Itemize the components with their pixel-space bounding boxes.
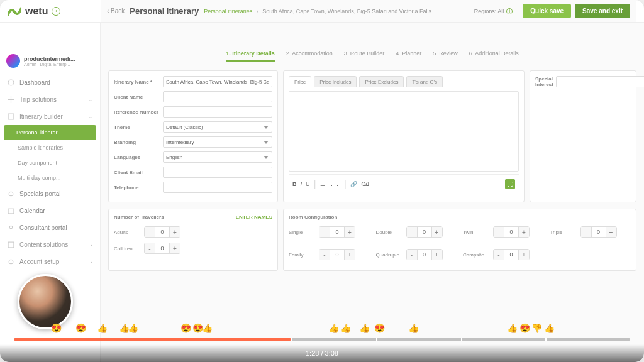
logo-icon <box>8 7 21 16</box>
branding-select[interactable]: Intermediary <box>163 136 272 148</box>
reference-input[interactable] <box>163 106 272 118</box>
room-triple-stepper[interactable]: -0+ <box>580 226 617 238</box>
ordered-list-button[interactable]: ⋮⋮ <box>329 181 340 187</box>
svg-rect-1 <box>8 114 14 119</box>
reaction-emoji: 👍 <box>202 323 213 333</box>
client-name-input[interactable] <box>163 91 272 102</box>
svg-rect-3 <box>8 209 14 214</box>
reaction-emoji: 😍 <box>75 323 86 333</box>
user-profile[interactable]: productintermedi... Admin | Digital Ente… <box>0 50 100 74</box>
room-twin-stepper[interactable]: -0+ <box>493 226 530 238</box>
itinerary-icon <box>8 113 14 120</box>
logo-text: wetu <box>25 6 48 17</box>
room-single-stepper[interactable]: -0+ <box>319 226 355 238</box>
gear-icon <box>8 258 14 265</box>
sidebar-item-consultant[interactable]: Consultant portal <box>0 219 100 236</box>
breadcrumb: Personal itineraries › South Africa, Cap… <box>204 8 431 14</box>
sidebar-item-dashboard[interactable]: Dashboard <box>0 74 100 91</box>
avatar <box>6 54 20 68</box>
reaction-emoji: 😍 <box>374 323 385 333</box>
video-controls: 1:28 / 3:08 <box>0 344 644 362</box>
tab-planner[interactable]: 4. Planner <box>396 50 421 62</box>
rich-text-area[interactable] <box>289 91 519 172</box>
calendar-icon <box>8 207 14 214</box>
sidebar-sub-personal[interactable]: Personal itinerar... <box>4 125 96 140</box>
editor-tab-price[interactable]: Price <box>289 76 311 87</box>
bold-button[interactable]: B <box>292 181 297 187</box>
back-button[interactable]: ‹ Back <box>107 8 125 14</box>
svg-point-4 <box>9 226 12 228</box>
sidebar-item-account[interactable]: Account setup› <box>0 253 100 270</box>
price-editor: Price Price Includes Price Excludes T's … <box>283 70 525 202</box>
reaction-emoji: 😍 <box>180 323 191 333</box>
reaction-emoji: 👍 <box>408 323 419 333</box>
reaction-emoji: 👍 <box>97 323 108 333</box>
itinerary-name-input[interactable] <box>163 76 272 87</box>
save-exit-button[interactable]: Save and exit <box>575 4 630 18</box>
tab-details[interactable]: 1. Itinerary Details <box>226 50 275 62</box>
adults-stepper[interactable]: -0+ <box>144 226 180 238</box>
tab-review[interactable]: 5. Review <box>433 50 458 62</box>
header-bar: ‹ Back Personal itinerary Personal itine… <box>101 0 636 23</box>
plane-icon <box>8 96 14 103</box>
tab-route[interactable]: 3. Route Builder <box>344 50 385 62</box>
language-select[interactable]: English <box>163 151 272 163</box>
step-tabs: 1. Itinerary Details 2. Accommodation 3.… <box>108 50 636 62</box>
reaction-emoji: 👍 <box>359 323 370 333</box>
telephone-input[interactable] <box>163 182 272 193</box>
svg-point-2 <box>9 192 13 196</box>
editor-tab-excludes[interactable]: Price Excludes <box>359 76 404 87</box>
list-button[interactable]: ☰ <box>320 181 325 187</box>
star-icon <box>8 190 14 197</box>
clear-button[interactable]: ⌫ <box>361 181 369 187</box>
reaction-emoji: 👍 <box>128 323 138 333</box>
link-button[interactable]: 🔗 <box>350 181 357 187</box>
sidebar-item-builder[interactable]: Itinerary builder⌄ <box>0 108 100 125</box>
editor-tab-includes[interactable]: Price Includes <box>314 76 357 87</box>
italic-button[interactable]: I <box>301 181 303 187</box>
sidebar-item-calendar[interactable]: Calendar <box>0 202 100 219</box>
reaction-emoji: 👍 <box>507 323 518 333</box>
quick-save-button[interactable]: Quick save <box>523 4 571 18</box>
sidebar-item-specials[interactable]: Specials portal <box>0 185 100 202</box>
special-interest-panel: Special Interest + <box>530 70 636 202</box>
reaction-emoji: 😍 <box>519 323 530 333</box>
room-quadruple-stepper[interactable]: -0+ <box>406 249 443 260</box>
children-stepper[interactable]: -0+ <box>144 243 180 254</box>
special-interest-input[interactable] <box>556 76 644 87</box>
reaction-emoji: 👍 <box>544 323 555 333</box>
editor-tab-terms[interactable]: T's and C's <box>406 76 443 87</box>
enter-names-link[interactable]: ENTER NAMES <box>236 214 272 220</box>
main-content: 1. Itinerary Details 2. Accommodation 3.… <box>101 23 644 362</box>
room-campsite-stepper[interactable]: -0+ <box>493 249 530 260</box>
reaction-emoji: 👍 <box>340 323 351 333</box>
travellers-panel: Number of TravellersENTER NAMES Adults-0… <box>108 209 278 271</box>
reaction-emoji: 👍 <box>328 323 339 333</box>
expand-button[interactable]: ⛶ <box>505 179 515 189</box>
reaction-emoji: 😍 <box>51 323 62 333</box>
progress-bar[interactable]: 😍😍👍👍👍😍😍👍👍👍👍😍👍👍😍👎👍 <box>14 319 630 344</box>
video-time: 1:28 / 3:08 <box>306 349 338 357</box>
sidebar-sub-sample[interactable]: Sample itineraries <box>0 140 100 155</box>
page-title: Personal itinerary <box>130 6 199 16</box>
room-config-panel: Room Configuration Single-0+Double-0+Twi… <box>283 209 636 271</box>
regions-selector[interactable]: Regions: All i <box>474 8 513 14</box>
sidebar-sub-multiday[interactable]: Multi-day comp... <box>0 170 100 185</box>
consultant-icon <box>8 224 14 231</box>
sidebar-item-trip[interactable]: Trip solutions⌄ <box>0 91 100 108</box>
tab-additional[interactable]: 6. Additional Details <box>469 50 519 62</box>
collapse-icon[interactable]: ‹ <box>52 7 60 16</box>
sidebar-item-content[interactable]: Content solutions› <box>0 236 100 253</box>
room-family-stepper[interactable]: -0+ <box>319 249 355 260</box>
tab-accommodation[interactable]: 2. Accommodation <box>286 50 333 62</box>
room-double-stepper[interactable]: -0+ <box>406 226 443 238</box>
theme-select[interactable]: Default (Classic) <box>163 121 272 133</box>
dashboard-icon <box>8 79 14 86</box>
email-input[interactable] <box>163 167 272 178</box>
svg-point-6 <box>9 260 13 264</box>
underline-button[interactable]: U <box>306 181 310 187</box>
svg-rect-5 <box>8 242 14 248</box>
details-form: Itinerary Name * Client Name Reference N… <box>108 70 278 202</box>
sidebar-sub-day[interactable]: Day component <box>0 155 100 170</box>
content-icon <box>8 241 14 248</box>
